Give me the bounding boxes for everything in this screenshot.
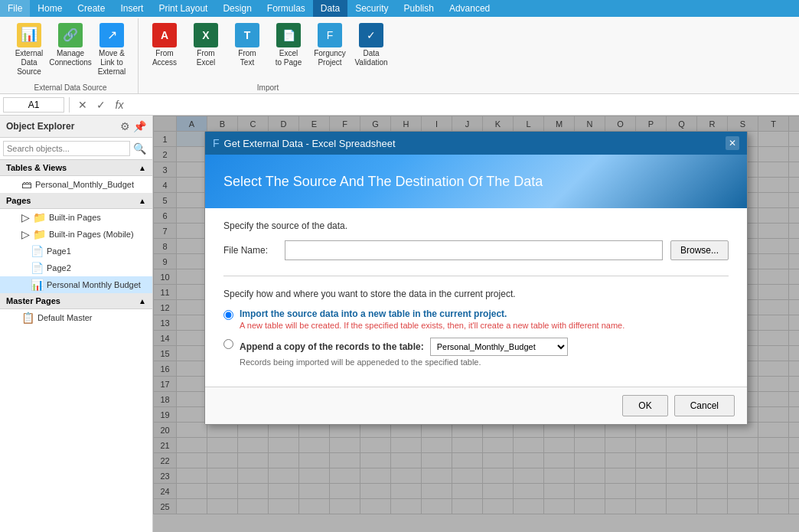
import-option-desc: A new table will be created. If the spec… [240, 321, 729, 330]
ok-button[interactable]: OK [622, 395, 667, 416]
from-excel-button[interactable]: X FromExcel [186, 20, 226, 70]
sidebar-item-builtin-pages[interactable]: ▷ 📁 Built-in Pages [0, 209, 152, 226]
cancel-button[interactable]: Cancel [674, 395, 735, 416]
sidebar-section-tables[interactable]: Tables & Views ▲ [0, 160, 152, 176]
manage-connections-button[interactable]: 🔗 Manage Connections [51, 20, 90, 70]
import-option-label: Import the source data into a new table … [240, 308, 729, 319]
from-access-label: FromAccess [152, 49, 177, 67]
sidebar-item-label: Personal_Monthly_Budget [35, 180, 134, 189]
table-icon: 🗃 [21, 178, 32, 191]
dialog-header: F Get External Data - Excel Spreadsheet … [205, 132, 747, 155]
data-validation-label: DataValidation [354, 49, 387, 67]
dialog-close-button[interactable]: ✕ [726, 136, 739, 150]
sidebar-section-pages[interactable]: Pages ▲ [0, 193, 152, 209]
storage-label: Specify how and where you want to store … [223, 289, 729, 299]
group-label-external: External Data Source [3, 83, 138, 92]
ribbon-group-import: A FromAccess X FromExcel T FromText 📄 Ex… [139, 18, 397, 93]
append-option-content: Append a copy of the records to the tabl… [240, 338, 729, 367]
sidebar-item-builtin-label: Built-in Pages [49, 213, 101, 222]
sidebar-item-page1[interactable]: 📄 Page1 [0, 243, 152, 259]
append-radio[interactable] [223, 339, 233, 349]
formula-fx-btn[interactable]: fx [111, 96, 128, 113]
menu-advanced[interactable]: Advanced [442, 0, 497, 17]
menu-design[interactable]: Design [215, 0, 259, 17]
sidebar-section-pages-label: Pages [6, 196, 31, 205]
dialog-overlay: F Get External Data - Excel Spreadsheet … [153, 116, 799, 532]
import-radio[interactable] [223, 310, 233, 320]
append-table-select[interactable]: Personal_Monthly_Budget [430, 338, 568, 356]
external-data-source-button[interactable]: 📊 External Data Source [9, 20, 49, 80]
menu-create[interactable]: Create [70, 0, 113, 17]
folder-mobile-icon: ▷ 📁 [21, 228, 46, 240]
folder-icon: ▷ 📁 [21, 211, 46, 224]
append-option-label: Append a copy of the records to the tabl… [240, 341, 424, 352]
cell-reference-box[interactable] [3, 97, 64, 113]
dialog-title: Get External Data - Excel Spreadsheet [224, 138, 396, 149]
page2-icon: 📄 [31, 262, 44, 274]
menu-file[interactable]: File [0, 0, 30, 17]
group-label-import: Import [139, 83, 397, 92]
sidebar-item-personal-monthly-budget-table[interactable]: 🗃 Personal_Monthly_Budget [0, 176, 152, 193]
dialog-header-icon: F [213, 137, 220, 149]
move-link-button[interactable]: ↗ Move & Link to External [92, 20, 132, 80]
menu-insert[interactable]: Insert [113, 0, 151, 17]
ribbon: 📊 External Data Source 🔗 Manage Connecti… [0, 17, 799, 94]
sidebar-item-default-master[interactable]: 📋 Default Master [0, 309, 152, 326]
formula-confirm-btn[interactable]: ✓ [93, 96, 109, 113]
append-option: Append a copy of the records to the tabl… [223, 338, 729, 367]
menu-formulas[interactable]: Formulas [259, 0, 313, 17]
external-data-label: External Data Source [11, 49, 47, 77]
file-name-label: File Name: [223, 245, 277, 256]
sidebar-header: Object Explorer ⚙ 📌 [0, 116, 152, 138]
sidebar-section-master-pages-label: Master Pages [6, 296, 60, 305]
append-option-desc: Records being imported will be appeneded… [240, 357, 729, 367]
import-option: Import the source data into a new table … [223, 308, 729, 330]
browse-button[interactable]: Browse... [670, 240, 729, 260]
formula-input[interactable] [129, 98, 796, 112]
forguncy-project-label: ForguncyProject [314, 49, 346, 67]
sidebar-search-input[interactable] [3, 141, 130, 156]
sidebar-section-master-pages-arrow: ▲ [139, 297, 146, 305]
sidebar-section-pages-arrow: ▲ [139, 197, 146, 205]
formula-cancel-btn[interactable]: ✕ [74, 96, 91, 113]
data-validation-button[interactable]: ✓ DataValidation [351, 20, 391, 70]
sidebar-item-page1-label: Page1 [47, 246, 71, 256]
manage-connections-label: Manage Connections [49, 49, 92, 67]
master-icon: 📋 [21, 312, 34, 324]
file-name-row: File Name: Browse... [223, 240, 729, 260]
sidebar-item-personal-monthly-budget-page[interactable]: 📊 Personal Monthly Budget [0, 276, 152, 293]
excel-to-page-label: Excelto Page [276, 49, 302, 67]
append-row: Append a copy of the records to the tabl… [240, 338, 729, 356]
main-area: Object Explorer ⚙ 📌 🔍 Tables & Views ▲ 🗃… [0, 116, 799, 532]
dialog-body: Specify the source of the data. File Nam… [205, 208, 747, 387]
search-box: 🔍 [0, 138, 152, 160]
sidebar-settings-icon[interactable]: ⚙ [120, 120, 130, 132]
menu-data[interactable]: Data [313, 0, 347, 17]
sidebar-section-master-pages[interactable]: Master Pages ▲ [0, 293, 152, 309]
from-text-button[interactable]: T FromText [227, 20, 267, 70]
formula-divider [69, 97, 70, 113]
page1-icon: 📄 [31, 245, 44, 257]
sidebar-title: Object Explorer [6, 121, 74, 132]
from-access-button[interactable]: A FromAccess [145, 20, 184, 70]
sidebar-item-budget-page-label: Personal Monthly Budget [47, 280, 141, 289]
menu-security[interactable]: Security [347, 0, 396, 17]
forguncy-project-button[interactable]: F ForguncyProject [310, 20, 350, 70]
sidebar-pin-icon[interactable]: 📌 [133, 120, 146, 132]
menu-home[interactable]: Home [30, 0, 70, 17]
move-link-label: Move & Link to External [93, 49, 130, 77]
sidebar-item-page2[interactable]: 📄 Page2 [0, 259, 152, 276]
sidebar-search-button[interactable]: 🔍 [130, 141, 149, 156]
section-divider [223, 276, 729, 276]
menu-bar: File Home Create Insert Print Layout Des… [0, 0, 799, 17]
menu-publish[interactable]: Publish [396, 0, 442, 17]
menu-print-layout[interactable]: Print Layout [151, 0, 215, 17]
from-text-label: FromText [238, 49, 256, 67]
dialog-footer: OK Cancel [205, 387, 747, 424]
sidebar-item-builtin-pages-mobile[interactable]: ▷ 📁 Built-in Pages (Mobile) [0, 226, 152, 243]
file-name-input[interactable] [285, 240, 663, 260]
sidebar-content: Tables & Views ▲ 🗃 Personal_Monthly_Budg… [0, 160, 152, 532]
excel-to-page-button[interactable]: 📄 Excelto Page [269, 20, 308, 70]
dialog-banner: Select The Source And The Destination Of… [205, 155, 747, 208]
ribbon-group-external-data: 📊 External Data Source 🔗 Manage Connecti… [3, 18, 139, 93]
